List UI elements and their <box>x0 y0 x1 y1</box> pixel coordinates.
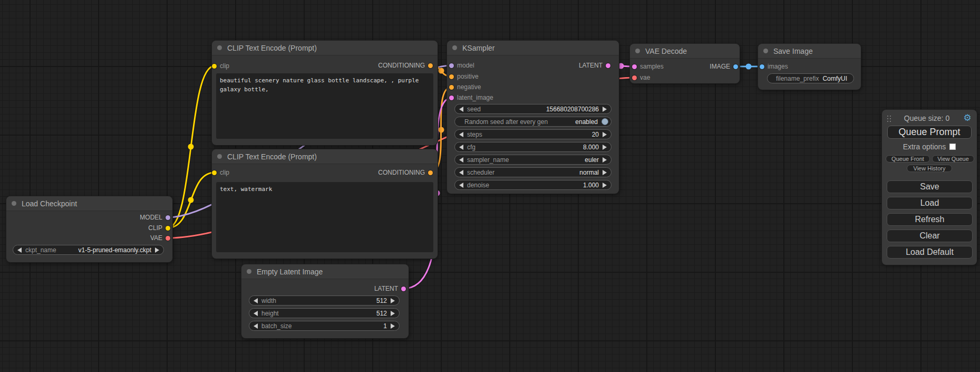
output-slot-vae[interactable]: VAE <box>150 234 170 242</box>
view-history-button[interactable]: View History <box>907 165 952 172</box>
node-header[interactable]: Empty Latent Image <box>241 264 409 279</box>
node-ksampler[interactable]: KSampler model positive negative latent_… <box>447 41 619 194</box>
node-save-image[interactable]: Save Image images filename_prefix ComfyU… <box>758 44 861 90</box>
model-slot-dot[interactable] <box>166 215 170 220</box>
clip-slot-dot[interactable] <box>166 226 170 231</box>
save-button[interactable]: Save <box>887 180 973 193</box>
ckpt-name-widget[interactable]: ckpt_name v1-5-pruned-emaonly.ckpt <box>13 245 164 255</box>
increment-arrow-icon[interactable] <box>391 311 395 316</box>
conditioning-slot-dot[interactable] <box>428 170 433 175</box>
conditioning-slot-dot[interactable] <box>449 74 454 79</box>
steps-widget[interactable]: steps 20 <box>454 129 612 139</box>
extra-options-checkbox[interactable] <box>949 144 956 150</box>
settings-gear-icon[interactable] <box>963 113 972 123</box>
collapse-dot-icon[interactable] <box>247 269 251 274</box>
decrement-arrow-icon[interactable] <box>459 145 463 150</box>
node-header[interactable]: Save Image <box>758 44 861 59</box>
cfg-widget[interactable]: cfg 8.000 <box>454 142 612 152</box>
model-slot-dot[interactable] <box>449 63 454 68</box>
node-clip-text-encode-negative[interactable]: CLIP Text Encode (Prompt) clip CONDITION… <box>212 149 438 259</box>
vae-slot-dot[interactable] <box>632 75 637 80</box>
node-empty-latent-image[interactable]: Empty Latent Image LATENT width 512 heig… <box>241 264 409 338</box>
queue-prompt-button[interactable]: Queue Prompt <box>887 126 972 139</box>
output-slot-latent[interactable]: LATENT <box>374 284 406 293</box>
latent-slot-dot[interactable] <box>401 287 406 291</box>
output-slot-clip[interactable]: CLIP <box>148 224 170 232</box>
output-slot-conditioning[interactable]: CONDITIONING <box>378 168 433 177</box>
output-slot-image[interactable]: IMAGE <box>710 62 738 71</box>
node-load-checkpoint-header[interactable]: Load Checkpoint <box>6 196 172 211</box>
decrement-arrow-icon[interactable] <box>17 247 22 253</box>
sampler-name-widget[interactable]: sampler_name euler <box>454 155 612 165</box>
input-slot-samples[interactable]: samples <box>632 62 664 71</box>
decrement-arrow-icon[interactable] <box>459 107 463 112</box>
node-header[interactable]: KSampler <box>447 41 619 55</box>
graph-canvas[interactable]: Load Checkpoint MODEL CLIP VAE ckpt_name… <box>0 0 980 372</box>
node-clip-text-encode-positive[interactable]: CLIP Text Encode (Prompt) clip CONDITION… <box>212 41 438 145</box>
seed-widget[interactable]: seed 156680208700286 <box>454 104 612 114</box>
node-vae-decode[interactable]: VAE Decode samples vae IMAGE <box>630 44 740 83</box>
increment-arrow-icon[interactable] <box>391 298 395 303</box>
negative-prompt-textarea[interactable]: text, watermark <box>216 182 433 252</box>
drag-handle-icon[interactable] <box>887 115 891 122</box>
input-slot-clip[interactable]: clip <box>212 62 229 70</box>
conditioning-slot-dot[interactable] <box>449 85 454 90</box>
clip-slot-dot[interactable] <box>212 170 217 175</box>
output-slot-conditioning[interactable]: CONDITIONING <box>378 61 433 70</box>
decrement-arrow-icon[interactable] <box>254 323 258 329</box>
output-slot-model[interactable]: MODEL <box>140 213 170 222</box>
increment-arrow-icon[interactable] <box>603 183 607 188</box>
node-header[interactable]: CLIP Text Encode (Prompt) <box>212 149 438 164</box>
increment-arrow-icon[interactable] <box>603 170 607 175</box>
input-slot-latent-image[interactable]: latent_image <box>449 93 493 102</box>
decrement-arrow-icon[interactable] <box>254 311 258 316</box>
collapse-dot-icon[interactable] <box>763 49 768 53</box>
increment-arrow-icon[interactable] <box>391 323 395 329</box>
vae-slot-dot[interactable] <box>166 236 170 241</box>
decrement-arrow-icon[interactable] <box>459 170 463 175</box>
node-header[interactable]: CLIP Text Encode (Prompt) <box>212 41 438 55</box>
output-slot-latent[interactable]: LATENT <box>579 61 610 70</box>
input-slot-model[interactable]: model <box>449 61 474 70</box>
node-header[interactable]: VAE Decode <box>630 44 740 59</box>
denoise-widget[interactable]: denoise 1.000 <box>454 180 612 190</box>
decrement-arrow-icon[interactable] <box>459 157 463 163</box>
increment-arrow-icon[interactable] <box>155 247 159 253</box>
random-seed-widget[interactable]: Random seed after every gen enabled <box>454 117 612 127</box>
decrement-arrow-icon[interactable] <box>459 132 463 137</box>
batch-size-widget[interactable]: batch_size 1 <box>249 321 400 331</box>
input-slot-negative[interactable]: negative <box>449 83 481 91</box>
image-slot-dot[interactable] <box>760 64 764 69</box>
latent-slot-dot[interactable] <box>606 63 610 68</box>
input-slot-images[interactable]: images <box>760 62 788 71</box>
increment-arrow-icon[interactable] <box>603 107 607 112</box>
clear-button[interactable]: Clear <box>887 230 973 242</box>
decrement-arrow-icon[interactable] <box>254 298 258 303</box>
view-queue-button[interactable]: View Queue <box>932 155 974 163</box>
refresh-button[interactable]: Refresh <box>887 213 973 226</box>
collapse-dot-icon[interactable] <box>217 154 222 159</box>
increment-arrow-icon[interactable] <box>603 132 607 137</box>
node-load-checkpoint[interactable]: Load Checkpoint MODEL CLIP VAE ckpt_name… <box>6 196 172 262</box>
latent-slot-dot[interactable] <box>449 96 454 100</box>
input-slot-positive[interactable]: positive <box>449 72 479 81</box>
scheduler-widget[interactable]: scheduler normal <box>454 167 612 177</box>
decrement-arrow-icon[interactable] <box>459 183 463 188</box>
seed-toggle-knob-icon[interactable] <box>601 118 608 125</box>
increment-arrow-icon[interactable] <box>603 157 607 163</box>
clip-slot-dot[interactable] <box>212 64 217 69</box>
filename-prefix-widget[interactable]: filename_prefix ComfyUI <box>767 73 854 83</box>
conditioning-slot-dot[interactable] <box>428 63 433 68</box>
collapse-dot-icon[interactable] <box>217 45 222 50</box>
height-widget[interactable]: height 512 <box>249 308 400 318</box>
load-default-button[interactable]: Load Default <box>887 246 973 259</box>
collapse-dot-icon[interactable] <box>12 201 16 206</box>
input-slot-vae[interactable]: vae <box>632 73 650 82</box>
latent-slot-dot[interactable] <box>632 64 637 69</box>
collapse-dot-icon[interactable] <box>452 45 457 50</box>
increment-arrow-icon[interactable] <box>603 145 607 150</box>
queue-front-button[interactable]: Queue Front <box>886 155 930 163</box>
image-slot-dot[interactable] <box>733 64 738 69</box>
input-slot-clip[interactable]: clip <box>212 168 229 177</box>
width-widget[interactable]: width 512 <box>249 295 400 306</box>
